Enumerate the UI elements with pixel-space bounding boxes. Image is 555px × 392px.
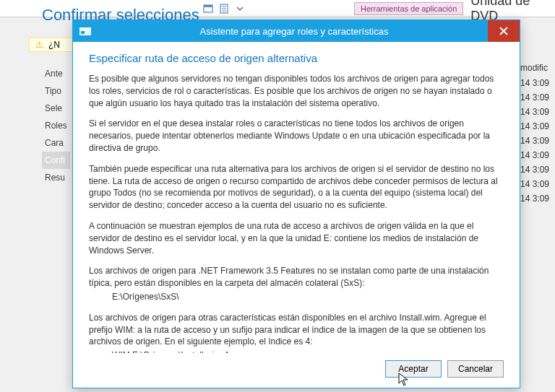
wizard-step[interactable]: Roles bbox=[42, 117, 70, 134]
warning-icon: ⚠ bbox=[34, 40, 44, 50]
dialog-button-row: Aceptar Cancelar bbox=[73, 353, 520, 388]
dialog-para1: Es posible que algunos servidores no ten… bbox=[89, 73, 504, 109]
dialog-para3: También puede especificar una ruta alter… bbox=[89, 163, 504, 212]
dialog-para6: Los archivos de origen para otras caract… bbox=[89, 312, 504, 348]
accept-button[interactable]: Aceptar bbox=[385, 360, 442, 378]
dialog-titlebar: Asistente para agregar roles y caracterí… bbox=[73, 20, 520, 42]
ribbon-icon-2[interactable] bbox=[218, 3, 230, 14]
wizard-step[interactable]: Confi bbox=[42, 152, 70, 169]
dialog-para5: Los archivos de origen para .NET Framewo… bbox=[89, 265, 504, 289]
wizard-step[interactable]: Cara bbox=[42, 134, 70, 152]
wizard-steps: AnteTipoSeleRolesCaraConfiResu bbox=[42, 65, 70, 186]
svg-rect-4 bbox=[79, 27, 91, 30]
dialog-app-icon bbox=[79, 25, 92, 38]
wizard-step[interactable]: Tipo bbox=[42, 82, 70, 100]
dialog-title: Asistente para agregar roles y caracterí… bbox=[98, 26, 520, 37]
dialog-para4: A continuación se muestran ejemplos de u… bbox=[89, 220, 504, 256]
alt-source-dialog: Asistente para agregar roles y caracterí… bbox=[72, 19, 520, 388]
warning-text: ¿N bbox=[48, 40, 60, 50]
wizard-step[interactable]: Resu bbox=[42, 169, 70, 186]
dialog-body: Especificar ruta de acceso de origen alt… bbox=[73, 42, 520, 353]
dialog-heading: Especificar ruta de acceso de origen alt… bbox=[89, 52, 504, 64]
wizard-step[interactable]: Ante bbox=[42, 65, 70, 82]
svg-rect-5 bbox=[81, 31, 85, 34]
close-button[interactable] bbox=[488, 20, 520, 42]
cancel-button[interactable]: Cancelar bbox=[447, 360, 504, 378]
dialog-example1: E:\Orígenes\SxS\ bbox=[89, 291, 504, 303]
dialog-para2: Si el servidor en el que desea instalar … bbox=[89, 118, 504, 154]
ribbon-dropdown-icon[interactable] bbox=[234, 3, 246, 14]
ribbon-tool-label[interactable]: Herramientas de aplicación bbox=[354, 2, 463, 15]
wizard-step[interactable]: Sele bbox=[42, 100, 70, 117]
ribbon-icon-1[interactable] bbox=[202, 3, 214, 14]
svg-rect-1 bbox=[204, 5, 212, 7]
